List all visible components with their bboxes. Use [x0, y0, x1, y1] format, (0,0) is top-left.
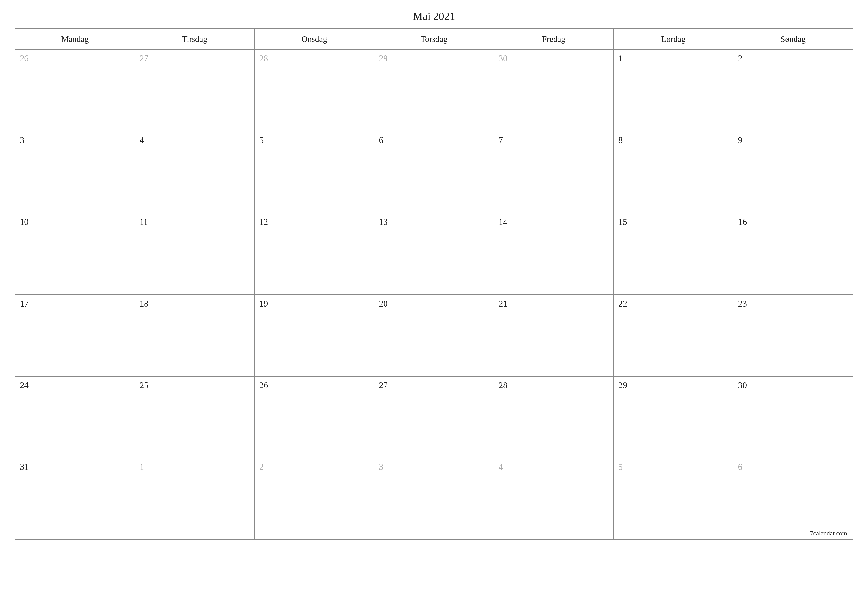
calendar-day-cell: 1	[135, 458, 254, 540]
calendar-day-cell: 12	[254, 213, 374, 295]
day-number: 7	[499, 135, 503, 145]
calendar-day-cell: 8	[614, 131, 733, 213]
day-number: 22	[618, 298, 627, 308]
day-number: 25	[140, 380, 149, 390]
calendar-day-cell: 21	[494, 295, 614, 376]
calendar-week-row: 262728293012	[15, 50, 853, 131]
weekday-header: Mandag	[15, 29, 135, 50]
day-number: 5	[618, 462, 623, 472]
calendar-day-cell: 29	[374, 50, 494, 131]
calendar-body: 2627282930123456789101112131415161718192…	[15, 50, 853, 540]
day-number: 4	[140, 135, 144, 145]
calendar-day-cell: 27	[135, 50, 254, 131]
day-number: 23	[738, 298, 747, 308]
calendar-day-cell: 26	[15, 50, 135, 131]
day-number: 16	[738, 217, 747, 227]
day-number: 2	[259, 462, 264, 472]
calendar-day-cell: 17	[15, 295, 135, 376]
weekday-header-row: Mandag Tirsdag Onsdag Torsdag Fredag Lør…	[15, 29, 853, 50]
day-number: 27	[379, 380, 388, 390]
day-number: 3	[20, 135, 24, 145]
day-number: 9	[738, 135, 742, 145]
weekday-header: Lørdag	[614, 29, 733, 50]
day-number: 17	[20, 298, 29, 308]
day-number: 3	[379, 462, 383, 472]
weekday-header: Onsdag	[254, 29, 374, 50]
day-number: 6	[738, 462, 742, 472]
calendar-day-cell: 16	[733, 213, 853, 295]
day-number: 6	[379, 135, 383, 145]
day-number: 2	[738, 53, 742, 64]
day-number: 27	[140, 53, 149, 64]
calendar-day-cell: 5	[254, 131, 374, 213]
calendar-day-cell: 20	[374, 295, 494, 376]
calendar-week-row: 10111213141516	[15, 213, 853, 295]
footer-attribution: 7calendar.com	[810, 530, 847, 537]
calendar-day-cell: 2	[254, 458, 374, 540]
day-number: 21	[499, 298, 507, 308]
day-number: 10	[20, 217, 29, 227]
weekday-header: Fredag	[494, 29, 614, 50]
day-number: 4	[499, 462, 503, 472]
day-number: 31	[20, 462, 29, 472]
calendar-week-row: 17181920212223	[15, 295, 853, 376]
day-number: 26	[20, 53, 29, 64]
calendar-day-cell: 2	[733, 50, 853, 131]
calendar-day-cell: 6	[374, 131, 494, 213]
calendar-day-cell: 28	[254, 50, 374, 131]
day-number: 28	[499, 380, 507, 390]
day-number: 28	[259, 53, 268, 64]
day-number: 26	[259, 380, 268, 390]
day-number: 1	[140, 462, 144, 472]
day-number: 11	[140, 217, 148, 227]
day-number: 29	[379, 53, 388, 64]
calendar-day-cell: 3	[374, 458, 494, 540]
calendar-day-cell: 4	[135, 131, 254, 213]
day-number: 24	[20, 380, 29, 390]
calendar-day-cell: 10	[15, 213, 135, 295]
weekday-header: Søndag	[733, 29, 853, 50]
day-number: 30	[499, 53, 507, 64]
calendar-day-cell: 29	[614, 376, 733, 458]
day-number: 1	[618, 53, 623, 64]
day-number: 8	[618, 135, 623, 145]
day-number: 14	[499, 217, 507, 227]
day-number: 20	[379, 298, 388, 308]
calendar-day-cell: 28	[494, 376, 614, 458]
calendar-week-row: 24252627282930	[15, 376, 853, 458]
calendar-day-cell: 23	[733, 295, 853, 376]
calendar-day-cell: 3	[15, 131, 135, 213]
calendar-title: Mai 2021	[15, 10, 853, 23]
day-number: 29	[618, 380, 627, 390]
calendar-day-cell: 30	[733, 376, 853, 458]
calendar-day-cell: 13	[374, 213, 494, 295]
day-number: 12	[259, 217, 268, 227]
day-number: 18	[140, 298, 149, 308]
calendar-day-cell: 14	[494, 213, 614, 295]
day-number: 15	[618, 217, 627, 227]
calendar-day-cell: 11	[135, 213, 254, 295]
calendar-day-cell: 19	[254, 295, 374, 376]
calendar-day-cell: 31	[15, 458, 135, 540]
calendar-day-cell: 22	[614, 295, 733, 376]
calendar-grid: Mandag Tirsdag Onsdag Torsdag Fredag Lør…	[15, 28, 853, 540]
calendar-day-cell: 1	[614, 50, 733, 131]
calendar-day-cell: 9	[733, 131, 853, 213]
calendar-day-cell: 27	[374, 376, 494, 458]
calendar-day-cell: 15	[614, 213, 733, 295]
calendar-day-cell: 26	[254, 376, 374, 458]
day-number: 19	[259, 298, 268, 308]
calendar-day-cell: 5	[614, 458, 733, 540]
day-number: 5	[259, 135, 264, 145]
weekday-header: Torsdag	[374, 29, 494, 50]
calendar-week-row: 3456789	[15, 131, 853, 213]
calendar-day-cell: 18	[135, 295, 254, 376]
calendar-week-row: 311234567calendar.com	[15, 458, 853, 540]
calendar-day-cell: 25	[135, 376, 254, 458]
calendar-day-cell: 4	[494, 458, 614, 540]
calendar-day-cell: 7	[494, 131, 614, 213]
calendar-day-cell: 30	[494, 50, 614, 131]
weekday-header: Tirsdag	[135, 29, 254, 50]
calendar-day-cell: 24	[15, 376, 135, 458]
calendar-day-cell: 67calendar.com	[733, 458, 853, 540]
